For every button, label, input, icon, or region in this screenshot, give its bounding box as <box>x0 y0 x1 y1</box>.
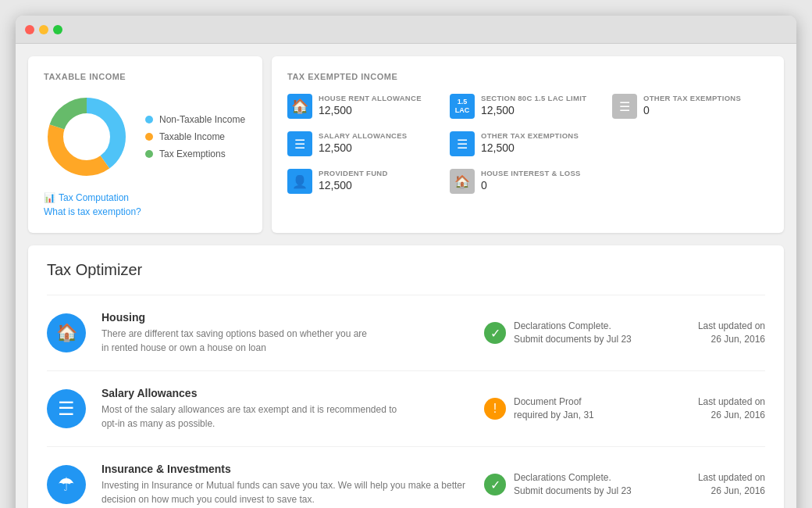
other-gray-value: 0 <box>643 104 741 116</box>
salary-value: 12,500 <box>319 141 407 154</box>
insurance-icon: ☂ <box>47 465 86 504</box>
housing-desc-line2: in rented house or own a house on loan <box>102 342 266 353</box>
tax-computation-icon: 📊 <box>44 192 55 203</box>
tax-computation-link[interactable]: 📊 Tax Computation <box>44 192 247 203</box>
tax-computation-label: Tax Computation <box>59 192 129 203</box>
housing-status: ✓ Declarations Complete. Submit document… <box>484 320 640 346</box>
insurance-status-text: Declarations Complete. Submit documents … <box>514 471 632 498</box>
salary-status-text: Document Proof required by Jan, 31 <box>514 395 594 422</box>
insurance-name: Insurance & Investments <box>102 463 468 475</box>
housing-desc-line1: There are different tax saving options b… <box>102 328 367 339</box>
other-gray-label: OTHER TAX EXEMPTIONS <box>643 94 741 102</box>
other-blue-details: OTHER TAX EXEMPTIONS 12,500 <box>481 131 579 154</box>
taxable-income-panel: TAXABLE INCOME <box>28 56 262 233</box>
other-gray-details: OTHER TAX EXEMPTIONS 0 <box>643 94 741 116</box>
salary-status-icon: ! <box>484 398 506 420</box>
legend-dot-taxable <box>145 133 153 141</box>
housing-desc: There are different tax saving options b… <box>102 327 468 355</box>
legend-dot-exemptions <box>145 150 153 158</box>
optimizer-salary: ☰ Salary Allowances Most of the salary a… <box>47 370 765 446</box>
legend-item-nontaxable: Non-Taxable Income <box>145 114 245 125</box>
hra-label: HOUSE RENT ALLOWANCE <box>319 94 422 102</box>
optimizer-insurance: ☂ Insurance & Investments Investing in I… <box>47 446 765 508</box>
main-content: TAXABLE INCOME <box>16 44 796 508</box>
other-blue-label: OTHER TAX EXEMPTIONS <box>481 131 579 140</box>
salary-icon: ☰ <box>287 131 312 156</box>
housing-icon: 🏠 <box>47 313 86 352</box>
legend-item-taxable: Taxable Income <box>145 131 245 142</box>
pf-details: PROVIDENT FUND 12,500 <box>319 169 388 191</box>
80c-details: SECTION 80C 1.5 LAC LIMIT 12,500 <box>481 94 586 116</box>
salary-main: Salary Allowances Most of the salary all… <box>102 387 468 431</box>
house-interest-icon: 🏠 <box>450 169 475 194</box>
hra-icon: 🏠 <box>287 94 312 119</box>
hra-value: 12,500 <box>319 104 422 116</box>
salary-allowances-desc: Most of the salary allowances are tax ex… <box>102 402 468 431</box>
housing-status-icon: ✓ <box>484 322 506 344</box>
donut-section: Non-Taxable Income Taxable Income Tax Ex… <box>44 94 247 180</box>
legend-label-nontaxable: Non-Taxable Income <box>159 114 245 125</box>
chart-legend: Non-Taxable Income Taxable Income Tax Ex… <box>145 114 245 159</box>
close-button[interactable] <box>25 25 34 34</box>
maximize-button[interactable] <box>53 25 62 34</box>
legend-dot-nontaxable <box>145 116 153 123</box>
optimizer-housing: 🏠 Housing There are different tax saving… <box>47 295 765 370</box>
house-interest-label: HOUSE INTEREST & LOSS <box>481 169 581 177</box>
exemption-other-blue: ☰ OTHER TAX EXEMPTIONS 12,500 <box>450 131 606 156</box>
80c-icon: 1.5LAC <box>450 94 475 119</box>
housing-name: Housing <box>102 311 468 324</box>
tax-exempted-panel: TAX EXEMPTED INCOME 🏠 HOUSE RENT ALLOWAN… <box>272 56 784 233</box>
exemption-other-gray: ☰ OTHER TAX EXEMPTIONS 0 <box>612 94 768 119</box>
legend-label-exemptions: Tax Exemptions <box>159 148 226 159</box>
salary-allowances-name: Salary Allowances <box>102 387 468 399</box>
pf-icon: 👤 <box>287 169 312 194</box>
salary-status: ! Document Proof required by Jan, 31 <box>484 395 640 422</box>
insurance-desc: Investing in Insurance or Mutual funds c… <box>102 478 468 506</box>
optimizer-section: Tax Optimizer 🏠 Housing There are differ… <box>28 245 784 508</box>
salary-date: Last updated on 26 Jun, 2016 <box>656 395 765 422</box>
pf-value: 12,500 <box>319 179 388 191</box>
exemption-hra: 🏠 HOUSE RENT ALLOWANCE 12,500 <box>287 94 443 119</box>
salary-details: SALARY ALLOWANCES 12,500 <box>319 131 407 154</box>
house-interest-value: 0 <box>481 179 581 191</box>
housing-main: Housing There are different tax saving o… <box>102 311 468 355</box>
donut-chart <box>44 94 130 180</box>
tax-exemption-label: What is tax exemption? <box>44 206 141 217</box>
house-interest-details: HOUSE INTEREST & LOSS 0 <box>481 169 581 191</box>
tax-exemption-link[interactable]: What is tax exemption? <box>44 206 247 217</box>
main-window: TAXABLE INCOME <box>16 16 796 508</box>
other-blue-icon: ☰ <box>450 131 475 156</box>
taxable-income-title: TAXABLE INCOME <box>44 72 247 81</box>
pf-label: PROVIDENT FUND <box>319 169 388 177</box>
tax-links: 📊 Tax Computation What is tax exemption? <box>44 192 247 217</box>
exemption-pf: 👤 PROVIDENT FUND 12,500 <box>287 169 443 194</box>
salary-label: SALARY ALLOWANCES <box>319 131 407 140</box>
title-bar <box>16 16 796 44</box>
housing-date: Last updated on 26 Jun, 2016 <box>656 320 765 346</box>
legend-item-exemptions: Tax Exemptions <box>145 148 245 159</box>
80c-label: SECTION 80C 1.5 LAC LIMIT <box>481 94 586 102</box>
housing-status-text: Declarations Complete. Submit documents … <box>514 320 632 346</box>
exempted-grid: 🏠 HOUSE RENT ALLOWANCE 12,500 1.5LAC SEC… <box>287 94 768 194</box>
exemption-salary: ☰ SALARY ALLOWANCES 12,500 <box>287 131 443 156</box>
other-gray-icon: ☰ <box>612 94 637 119</box>
minimize-button[interactable] <box>39 25 48 34</box>
salary-allowances-icon: ☰ <box>47 389 86 428</box>
80c-value: 12,500 <box>481 104 586 116</box>
optimizer-title: Tax Optimizer <box>47 261 765 279</box>
insurance-main: Insurance & Investments Investing in Ins… <box>102 463 468 506</box>
hra-details: HOUSE RENT ALLOWANCE 12,500 <box>319 94 422 116</box>
insurance-date: Last updated on 26 Jun, 2016 <box>656 471 765 498</box>
insurance-status-icon: ✓ <box>484 474 506 495</box>
other-blue-value: 12,500 <box>481 141 579 154</box>
exemption-80c: 1.5LAC SECTION 80C 1.5 LAC LIMIT 12,500 <box>450 94 606 119</box>
insurance-status: ✓ Declarations Complete. Submit document… <box>484 471 640 498</box>
top-panels: TAXABLE INCOME <box>28 56 784 233</box>
legend-label-taxable: Taxable Income <box>159 131 225 142</box>
exemption-house-interest: 🏠 HOUSE INTEREST & LOSS 0 <box>450 169 606 194</box>
tax-exempted-title: TAX EXEMPTED INCOME <box>287 72 768 81</box>
